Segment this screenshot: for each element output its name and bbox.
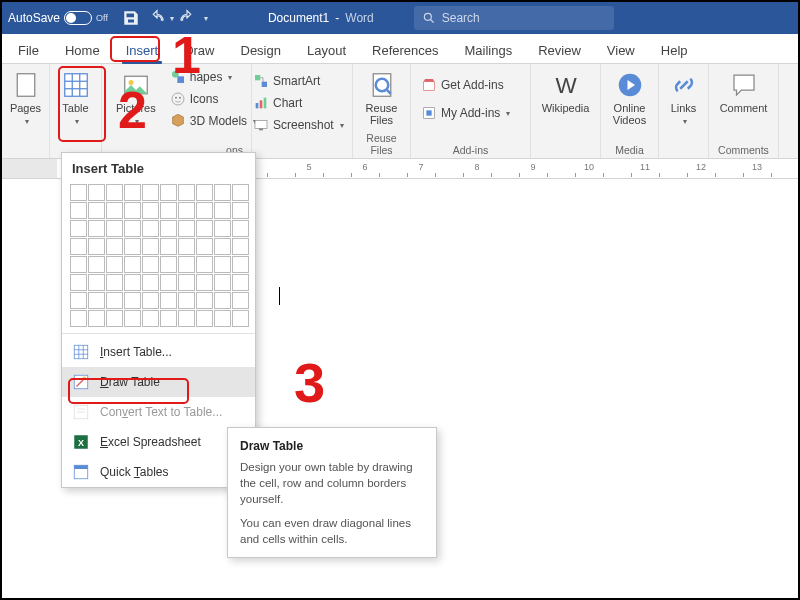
grid-cell[interactable] [124,256,141,273]
grid-cell[interactable] [124,238,141,255]
grid-cell[interactable] [124,220,141,237]
grid-cell[interactable] [214,292,231,309]
pictures-button[interactable]: Pictures▾ [110,68,162,129]
grid-cell[interactable] [160,310,177,327]
grid-cell[interactable] [178,274,195,291]
draw-table-item[interactable]: Draw Table [62,367,255,397]
tab-layout[interactable]: Layout [295,37,358,63]
grid-cell[interactable] [70,292,87,309]
tab-references[interactable]: References [360,37,450,63]
grid-cell[interactable] [232,238,249,255]
grid-cell[interactable] [214,202,231,219]
grid-cell[interactable] [88,310,105,327]
grid-cell[interactable] [214,256,231,273]
grid-cell[interactable] [214,220,231,237]
grid-cell[interactable] [70,274,87,291]
tab-file[interactable]: File [6,37,51,63]
grid-cell[interactable] [196,310,213,327]
grid-cell[interactable] [106,202,123,219]
grid-cell[interactable] [106,256,123,273]
grid-cell[interactable] [196,184,213,201]
grid-cell[interactable] [178,256,195,273]
save-icon[interactable] [122,9,140,27]
grid-cell[interactable] [214,238,231,255]
grid-cell[interactable] [142,184,159,201]
grid-cell[interactable] [124,184,141,201]
redo-icon[interactable] [178,9,196,27]
table-button[interactable]: Table▾ [58,68,93,129]
grid-cell[interactable] [88,220,105,237]
grid-cell[interactable] [142,292,159,309]
tab-draw[interactable]: Draw [172,37,226,63]
grid-cell[interactable] [142,274,159,291]
grid-cell[interactable] [160,238,177,255]
insert-table-item[interactable]: Insert Table... [62,337,255,367]
grid-cell[interactable] [232,202,249,219]
autosave-toggle[interactable]: AutoSave Off [8,11,108,25]
grid-cell[interactable] [232,310,249,327]
grid-cell[interactable] [232,292,249,309]
grid-cell[interactable] [124,292,141,309]
grid-cell[interactable] [178,184,195,201]
pages-button[interactable]: Pages▾ [10,68,41,129]
grid-cell[interactable] [106,310,123,327]
grid-cell[interactable] [124,202,141,219]
comment-button[interactable]: Comment [717,68,770,116]
grid-cell[interactable] [142,202,159,219]
grid-cell[interactable] [214,184,231,201]
reuse-files-button[interactable]: Reuse Files [361,68,402,128]
tab-help[interactable]: Help [649,37,700,63]
grid-cell[interactable] [106,220,123,237]
grid-cell[interactable] [214,310,231,327]
undo-icon[interactable] [148,9,166,27]
chart-button[interactable]: Chart [251,94,344,112]
grid-cell[interactable] [142,220,159,237]
search-box[interactable]: Search [414,6,614,30]
grid-cell[interactable] [232,274,249,291]
grid-cell[interactable] [232,220,249,237]
grid-cell[interactable] [124,310,141,327]
grid-cell[interactable] [196,202,213,219]
grid-cell[interactable] [106,184,123,201]
grid-cell[interactable] [214,274,231,291]
tab-home[interactable]: Home [53,37,112,63]
tab-mailings[interactable]: Mailings [453,37,525,63]
grid-cell[interactable] [70,310,87,327]
grid-cell[interactable] [196,220,213,237]
grid-cell[interactable] [142,238,159,255]
grid-cell[interactable] [142,256,159,273]
grid-cell[interactable] [196,256,213,273]
grid-cell[interactable] [160,220,177,237]
grid-cell[interactable] [88,184,105,201]
grid-cell[interactable] [160,274,177,291]
grid-cell[interactable] [70,202,87,219]
grid-cell[interactable] [70,220,87,237]
grid-cell[interactable] [88,238,105,255]
tab-insert[interactable]: Insert [114,37,171,63]
screenshot-button[interactable]: Screenshot▾ [251,116,344,134]
online-videos-button[interactable]: Online Videos [609,68,650,128]
grid-cell[interactable] [124,274,141,291]
grid-cell[interactable] [160,202,177,219]
grid-cell[interactable] [106,238,123,255]
grid-cell[interactable] [178,238,195,255]
grid-cell[interactable] [178,310,195,327]
grid-cell[interactable] [160,256,177,273]
grid-cell[interactable] [160,292,177,309]
get-addins-button[interactable]: Get Add-ins [419,76,522,94]
grid-cell[interactable] [178,292,195,309]
grid-cell[interactable] [196,274,213,291]
table-size-grid[interactable] [70,184,247,327]
grid-cell[interactable] [70,256,87,273]
grid-cell[interactable] [160,184,177,201]
grid-cell[interactable] [232,184,249,201]
tab-review[interactable]: Review [526,37,593,63]
grid-cell[interactable] [196,238,213,255]
links-button[interactable]: Links▾ [667,68,700,129]
grid-cell[interactable] [106,274,123,291]
grid-cell[interactable] [196,292,213,309]
tab-design[interactable]: Design [229,37,293,63]
grid-cell[interactable] [106,292,123,309]
tab-view[interactable]: View [595,37,647,63]
grid-cell[interactable] [178,202,195,219]
